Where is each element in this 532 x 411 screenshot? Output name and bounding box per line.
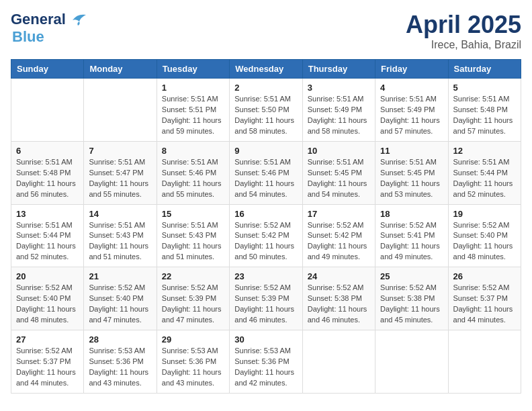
day-number: 10 [308,146,370,156]
day-info: Sunrise: 5:52 AM Sunset: 5:38 PM Dayligh… [380,283,443,326]
daylight-label: Daylight: 11 hours and 48 minutes. [453,242,513,261]
calendar-cell: 17 Sunrise: 5:52 AM Sunset: 5:42 PM Dayl… [302,204,375,267]
day-number: 5 [453,83,516,93]
daylight-label: Daylight: 11 hours and 50 minutes. [234,242,294,261]
sunrise-label: Sunrise: 5:52 AM [453,283,510,291]
sunrise-label: Sunrise: 5:51 AM [89,158,145,166]
daylight-label: Daylight: 11 hours and 43 minutes. [89,368,148,387]
daylight-label: Daylight: 11 hours and 57 minutes. [453,116,513,135]
day-info: Sunrise: 5:52 AM Sunset: 5:38 PM Dayligh… [308,283,370,326]
sunrise-label: Sunrise: 5:51 AM [380,95,437,103]
daylight-label: Daylight: 11 hours and 49 minutes. [308,242,367,261]
sunset-label: Sunset: 5:37 PM [16,357,71,365]
day-number: 28 [89,334,151,345]
daylight-label: Daylight: 11 hours and 59 minutes. [162,116,222,135]
day-number: 25 [380,271,443,281]
sunset-label: Sunset: 5:39 PM [234,294,289,302]
day-number: 11 [380,146,443,156]
sunset-label: Sunset: 5:47 PM [89,169,143,177]
sunset-label: Sunset: 5:46 PM [234,169,289,177]
calendar-cell: 18 Sunrise: 5:52 AM Sunset: 5:41 PM Dayl… [375,204,448,267]
sunrise-label: Sunrise: 5:51 AM [162,95,218,103]
day-info: Sunrise: 5:51 AM Sunset: 5:46 PM Dayligh… [234,157,297,200]
sunset-label: Sunset: 5:44 PM [16,231,71,239]
sunrise-label: Sunrise: 5:51 AM [453,95,510,103]
calendar-cell: 27 Sunrise: 5:52 AM Sunset: 5:37 PM Dayl… [11,330,84,394]
weekday-header-friday: Friday [375,60,448,79]
sunrise-label: Sunrise: 5:52 AM [380,283,437,291]
sunset-label: Sunset: 5:41 PM [380,231,435,239]
sunrise-label: Sunrise: 5:53 AM [89,347,145,355]
day-info: Sunrise: 5:51 AM Sunset: 5:51 PM Dayligh… [162,94,224,137]
daylight-label: Daylight: 11 hours and 47 minutes. [89,305,148,324]
calendar-cell: 13 Sunrise: 5:51 AM Sunset: 5:44 PM Dayl… [11,204,84,267]
day-info: Sunrise: 5:52 AM Sunset: 5:37 PM Dayligh… [16,346,79,389]
day-number: 23 [234,271,297,281]
day-number: 17 [308,209,370,219]
day-number: 14 [89,209,151,219]
sunset-label: Sunset: 5:38 PM [308,294,362,302]
day-number: 18 [380,209,443,219]
day-number: 19 [453,209,516,219]
sunset-label: Sunset: 5:38 PM [380,294,435,302]
day-number: 30 [234,334,297,345]
day-info: Sunrise: 5:51 AM Sunset: 5:48 PM Dayligh… [453,94,516,137]
day-info: Sunrise: 5:51 AM Sunset: 5:49 PM Dayligh… [308,94,370,137]
sunset-label: Sunset: 5:40 PM [89,294,143,302]
sunset-label: Sunset: 5:43 PM [162,231,216,239]
daylight-label: Daylight: 11 hours and 44 minutes. [453,305,513,324]
sunrise-label: Sunrise: 5:52 AM [162,283,218,291]
daylight-label: Daylight: 11 hours and 54 minutes. [234,179,294,198]
day-info: Sunrise: 5:51 AM Sunset: 5:46 PM Dayligh… [162,157,224,200]
week-row-5: 27 Sunrise: 5:52 AM Sunset: 5:37 PM Dayl… [11,330,521,394]
day-number: 29 [162,334,224,345]
location: Irece, Bahia, Brazil [406,39,521,51]
calendar-cell: 7 Sunrise: 5:51 AM Sunset: 5:47 PM Dayli… [84,141,157,204]
day-number: 7 [89,146,151,156]
sunrise-label: Sunrise: 5:51 AM [162,158,218,166]
calendar-cell: 26 Sunrise: 5:52 AM Sunset: 5:37 PM Dayl… [448,267,521,330]
sunset-label: Sunset: 5:49 PM [380,105,435,113]
calendar-cell: 22 Sunrise: 5:52 AM Sunset: 5:39 PM Dayl… [157,267,229,330]
sunrise-label: Sunrise: 5:51 AM [308,158,364,166]
sunset-label: Sunset: 5:50 PM [234,105,289,113]
weekday-header-tuesday: Tuesday [157,60,229,79]
daylight-label: Daylight: 11 hours and 54 minutes. [308,179,367,198]
sunset-label: Sunset: 5:48 PM [453,105,508,113]
daylight-label: Daylight: 11 hours and 42 minutes. [234,368,294,387]
sunset-label: Sunset: 5:39 PM [162,294,216,302]
day-info: Sunrise: 5:51 AM Sunset: 5:44 PM Dayligh… [16,220,79,263]
daylight-label: Daylight: 11 hours and 48 minutes. [16,305,76,324]
calendar-cell [11,79,84,142]
daylight-label: Daylight: 11 hours and 44 minutes. [16,368,76,387]
sunset-label: Sunset: 5:48 PM [16,169,71,177]
sunrise-label: Sunrise: 5:52 AM [308,283,364,291]
day-info: Sunrise: 5:52 AM Sunset: 5:40 PM Dayligh… [89,283,151,326]
day-info: Sunrise: 5:52 AM Sunset: 5:40 PM Dayligh… [16,283,79,326]
calendar-cell [375,330,448,394]
sunset-label: Sunset: 5:46 PM [162,169,216,177]
daylight-label: Daylight: 11 hours and 49 minutes. [380,242,440,261]
month-title: April 2025 [406,11,521,39]
sunrise-label: Sunrise: 5:52 AM [89,283,145,291]
day-info: Sunrise: 5:51 AM Sunset: 5:50 PM Dayligh… [234,94,297,137]
day-info: Sunrise: 5:52 AM Sunset: 5:42 PM Dayligh… [308,220,370,263]
logo: General Blue [11,11,87,46]
calendar-cell: 8 Sunrise: 5:51 AM Sunset: 5:46 PM Dayli… [157,141,229,204]
weekday-header-sunday: Sunday [11,60,84,79]
daylight-label: Daylight: 11 hours and 53 minutes. [380,179,440,198]
calendar-cell: 21 Sunrise: 5:52 AM Sunset: 5:40 PM Dayl… [84,267,157,330]
calendar-cell: 14 Sunrise: 5:51 AM Sunset: 5:43 PM Dayl… [84,204,157,267]
sunrise-label: Sunrise: 5:51 AM [16,221,73,229]
day-number: 2 [234,83,297,93]
sunset-label: Sunset: 5:36 PM [234,357,289,365]
calendar-cell [302,330,375,394]
day-number: 22 [162,271,224,281]
daylight-label: Daylight: 11 hours and 47 minutes. [162,305,222,324]
day-info: Sunrise: 5:52 AM Sunset: 5:40 PM Dayligh… [453,220,516,263]
calendar-cell: 16 Sunrise: 5:52 AM Sunset: 5:42 PM Dayl… [230,204,302,267]
sunrise-label: Sunrise: 5:51 AM [89,221,145,229]
day-number: 27 [16,334,79,345]
week-row-4: 20 Sunrise: 5:52 AM Sunset: 5:40 PM Dayl… [11,267,521,330]
day-info: Sunrise: 5:51 AM Sunset: 5:44 PM Dayligh… [453,157,516,200]
